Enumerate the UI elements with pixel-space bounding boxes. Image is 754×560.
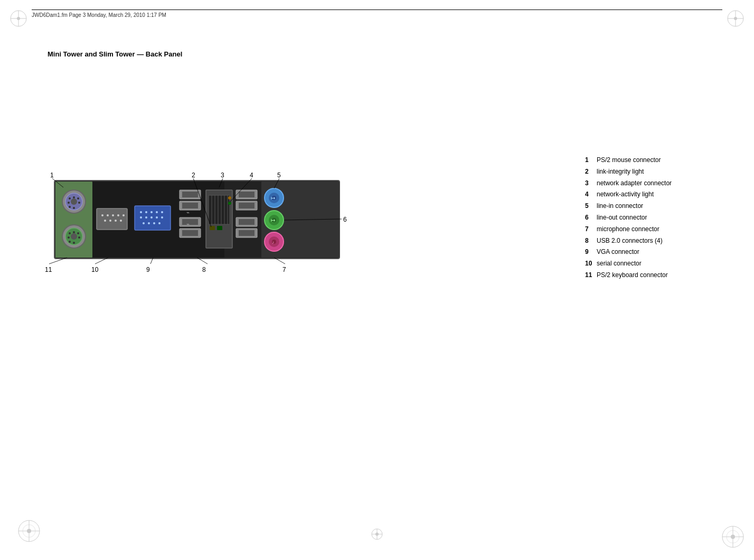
legend-num-10: 10 — [585, 259, 597, 268]
legend-item-4: 4 network-activity light — [585, 190, 706, 199]
back-panel-diagram: 1 2 3 4 5 — [45, 169, 383, 285]
svg-point-29 — [77, 197, 79, 200]
legend-num-9: 9 — [585, 248, 597, 257]
diagram-container: 1 2 3 4 5 — [45, 169, 383, 285]
svg-point-64 — [156, 216, 158, 219]
legend-item-9: 9 VGA connector — [585, 248, 706, 257]
svg-text:↦: ↦ — [271, 195, 275, 201]
legend-item-10: 10 serial connector — [585, 259, 706, 268]
legend-item-7: 7 microphone connector — [585, 225, 706, 234]
legend-text-11: PS/2 keyboard connector — [597, 271, 668, 280]
svg-point-69 — [158, 222, 161, 224]
center-crosshair-bottom — [369, 526, 385, 544]
svg-text:⌁: ⌁ — [186, 210, 190, 215]
legend-num-2: 2 — [585, 167, 597, 176]
svg-rect-88 — [210, 226, 215, 230]
svg-point-51 — [104, 220, 106, 222]
svg-point-57 — [145, 211, 147, 213]
svg-point-39 — [77, 232, 79, 234]
svg-point-50 — [122, 214, 125, 216]
legend-item-1: 1 PS/2 mouse connector — [585, 156, 706, 165]
svg-rect-71 — [182, 192, 198, 197]
svg-point-41 — [78, 236, 80, 239]
svg-point-62 — [145, 216, 147, 219]
corner-mark-tl — [8, 8, 29, 31]
svg-rect-75 — [182, 219, 198, 225]
svg-rect-97 — [239, 219, 255, 225]
legend-text-4: network-activity light — [597, 190, 654, 199]
svg-point-52 — [109, 220, 111, 222]
file-info: JWD6Dam1.fm Page 3 Monday, March 29, 201… — [32, 12, 166, 18]
corner-mark-br — [720, 524, 746, 552]
svg-point-37 — [69, 232, 71, 234]
label-11-bottom: 11 — [45, 266, 52, 273]
svg-point-58 — [150, 211, 153, 213]
svg-point-53 — [115, 220, 117, 222]
svg-rect-99 — [239, 230, 255, 236]
legend-num-4: 4 — [585, 190, 597, 199]
svg-point-60 — [161, 211, 163, 213]
svg-point-66 — [143, 222, 145, 224]
svg-point-46 — [101, 214, 103, 216]
legend-num-7: 7 — [585, 225, 597, 234]
svg-point-49 — [117, 214, 119, 216]
label-3-top: 3 — [221, 172, 224, 179]
svg-rect-73 — [182, 203, 198, 208]
svg-point-47 — [107, 214, 109, 216]
page-title: Mini Tower and Slim Tower — Back Panel — [48, 50, 182, 58]
svg-rect-89 — [217, 226, 222, 230]
legend-text-3: network adapter connector — [597, 179, 672, 188]
svg-point-67 — [148, 222, 150, 224]
corner-mark-tr — [725, 8, 746, 31]
legend-text-7: microphone connector — [597, 225, 659, 234]
legend-text-2: link-integrity light — [597, 167, 644, 176]
legend-item-8: 8 USB 2.0 connectors (4) — [585, 236, 706, 245]
svg-point-36 — [71, 233, 77, 240]
label-1-top: 1 — [50, 172, 54, 179]
svg-point-61 — [140, 216, 142, 219]
legend-num-8: 8 — [585, 236, 597, 245]
svg-point-27 — [69, 197, 71, 200]
svg-point-59 — [156, 211, 158, 213]
legend-text-6: line-out connector — [597, 213, 647, 222]
svg-point-65 — [161, 216, 163, 219]
svg-point-56 — [140, 211, 142, 213]
legend-item-6: 6 line-out connector — [585, 213, 706, 222]
legend-num-11: 11 — [585, 271, 597, 280]
legend-item-11: 11 PS/2 keyboard connector — [585, 271, 706, 280]
legend-num-3: 3 — [585, 179, 597, 188]
svg-text:↦: ↦ — [271, 217, 275, 223]
svg-text:⌁: ⌁ — [186, 221, 190, 227]
svg-point-43 — [73, 242, 75, 244]
svg-point-32 — [69, 206, 71, 208]
top-bar: JWD6Dam1.fm Page 3 Monday, March 29, 201… — [32, 10, 722, 18]
svg-point-30 — [68, 202, 70, 204]
svg-point-31 — [78, 202, 80, 204]
legend-num-5: 5 — [585, 202, 597, 211]
svg-rect-45 — [97, 208, 127, 230]
svg-point-33 — [73, 207, 75, 209]
label-4-top: 4 — [250, 172, 253, 179]
svg-text:♪: ♪ — [272, 240, 274, 245]
label-6-right: 6 — [343, 216, 347, 223]
svg-point-26 — [71, 198, 77, 205]
label-2-top: 2 — [192, 172, 195, 179]
label-9-bottom: 9 — [146, 266, 150, 273]
legend-text-8: USB 2.0 connectors (4) — [597, 236, 663, 245]
svg-point-38 — [73, 231, 75, 233]
svg-point-90 — [228, 196, 231, 200]
svg-point-63 — [150, 216, 153, 219]
legend-num-6: 6 — [585, 213, 597, 222]
svg-rect-55 — [135, 206, 171, 230]
legend-item-5: 5 line-in connector — [585, 202, 706, 211]
legend: 1 PS/2 mouse connector 2 link-integrity … — [585, 156, 706, 282]
svg-point-40 — [68, 236, 70, 239]
legend-text-5: line-in connector — [597, 202, 643, 211]
legend-item-3: 3 network adapter connector — [585, 179, 706, 188]
label-8-bottom: 8 — [202, 266, 206, 273]
svg-rect-95 — [239, 203, 255, 208]
label-10-bottom: 10 — [91, 266, 99, 273]
legend-text-10: serial connector — [597, 259, 642, 268]
legend-num-1: 1 — [585, 156, 597, 165]
legend-item-2: 2 link-integrity light — [585, 167, 706, 176]
